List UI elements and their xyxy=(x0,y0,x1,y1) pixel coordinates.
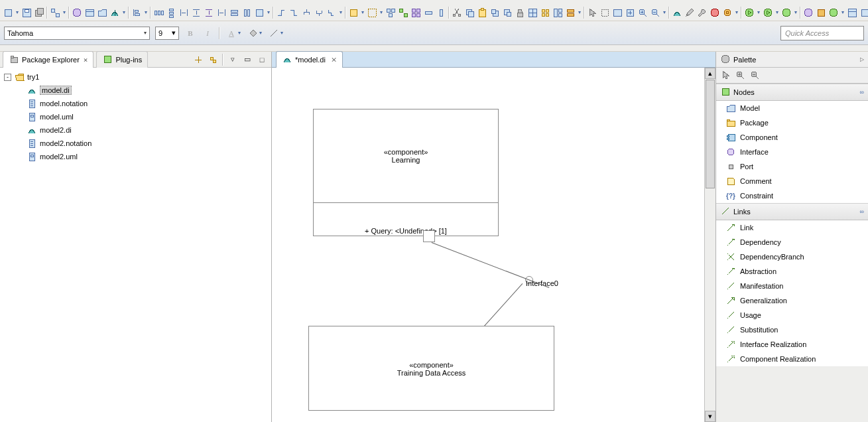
scroll-thumb[interactable] xyxy=(706,80,715,188)
perspective-icon[interactable] xyxy=(847,6,857,19)
route-tree-icon[interactable] xyxy=(301,6,312,19)
cheat-icon[interactable] xyxy=(816,6,826,19)
palette-item-interface-realization[interactable]: Interface Realization xyxy=(716,337,868,352)
tree-item[interactable]: model2.di xyxy=(4,123,267,137)
dd[interactable]: ▾ xyxy=(237,30,241,36)
palette-item-package[interactable]: Package xyxy=(716,115,868,130)
arrange4-icon[interactable] xyxy=(423,6,434,19)
bring-front-icon[interactable] xyxy=(489,6,500,19)
palette-item-interface[interactable]: Interface xyxy=(716,145,868,159)
component-learning[interactable]: «component» Learning + Query: <Undefined… xyxy=(313,109,499,236)
tree-item[interactable]: model2.uml xyxy=(4,150,267,163)
tab-package-explorer[interactable]: Package Explorer ⨯ xyxy=(3,51,93,68)
tree-item[interactable]: model.notation xyxy=(4,97,267,110)
dd[interactable]: ▾ xyxy=(662,9,666,15)
route3-icon[interactable] xyxy=(326,6,337,19)
dd[interactable]: ▾ xyxy=(62,9,66,15)
paint-bucket-icon[interactable] xyxy=(247,27,259,39)
layout1-icon[interactable] xyxy=(527,6,538,19)
italic-button[interactable]: I xyxy=(202,27,214,39)
bold-button[interactable]: B xyxy=(184,27,196,39)
palette-section-links[interactable]: Links ∞ xyxy=(716,203,868,220)
palette-item-constraint[interactable]: {?}Constraint xyxy=(716,188,868,203)
dd[interactable]: ▾ xyxy=(735,9,739,15)
dist-h-icon[interactable] xyxy=(153,6,164,19)
zoom100-icon[interactable] xyxy=(612,6,623,19)
marquee-icon[interactable] xyxy=(599,6,610,19)
editor-tab-active[interactable]: *model.di ⨯ xyxy=(276,51,343,68)
vertical-scrollbar[interactable]: ▴ ▾ xyxy=(704,68,715,422)
spacing-vx-icon[interactable] xyxy=(204,6,214,19)
zoom-out-icon[interactable] xyxy=(749,70,760,82)
tree-item[interactable]: model.di xyxy=(4,84,267,97)
run-icon[interactable] xyxy=(744,6,755,19)
snap-icon[interactable] xyxy=(348,6,359,19)
palette-section-nodes[interactable]: Nodes ∞ xyxy=(716,84,868,101)
globe-icon[interactable] xyxy=(72,6,82,19)
view-menu-icon[interactable]: ▿ xyxy=(227,54,238,65)
dd[interactable]: ▾ xyxy=(280,30,284,36)
dd[interactable]: ▾ xyxy=(578,9,582,15)
tree-item[interactable]: model.uml xyxy=(4,110,267,123)
dd[interactable]: ▾ xyxy=(379,9,383,15)
gear-orange-icon[interactable] xyxy=(722,6,733,19)
run-ext-icon[interactable] xyxy=(781,6,792,19)
route-icon[interactable] xyxy=(276,6,286,19)
zoom-out-icon[interactable] xyxy=(650,6,660,19)
arrange5-icon[interactable] xyxy=(436,6,446,19)
layout3-icon[interactable] xyxy=(552,6,563,19)
align-left-icon[interactable] xyxy=(131,6,142,19)
close-icon[interactable]: ⨯ xyxy=(84,56,88,64)
font-family-select[interactable]: Tahoma ▾ xyxy=(4,27,150,40)
dd[interactable]: ▾ xyxy=(122,9,126,15)
palette-item-dependencybranch[interactable]: DependencyBranch xyxy=(716,249,868,264)
save-icon[interactable] xyxy=(21,6,32,19)
palette-item-manifestation[interactable]: Manifestation xyxy=(716,279,868,293)
link-editor-icon[interactable] xyxy=(208,54,218,65)
cut-icon[interactable] xyxy=(452,6,462,19)
package-explorer-tree[interactable]: - try1 model.di model.notation model.uml… xyxy=(0,68,271,422)
papyrus-icon[interactable] xyxy=(109,6,120,19)
arrange2-icon[interactable] xyxy=(398,6,408,19)
palette-item-component-realization[interactable]: Component Realization xyxy=(716,352,868,366)
palette-item-port[interactable]: Port xyxy=(716,159,868,174)
task-icon[interactable] xyxy=(803,6,814,19)
dd[interactable]: ▾ xyxy=(775,9,779,15)
dd[interactable]: ▾ xyxy=(794,9,798,15)
match-size-icon[interactable] xyxy=(254,6,265,19)
connector-line[interactable] xyxy=(432,242,550,288)
arrange-icon[interactable] xyxy=(385,6,396,19)
send-back-icon[interactable] xyxy=(502,6,513,19)
font-color-button[interactable]: A xyxy=(225,27,237,39)
stop-icon[interactable] xyxy=(710,6,720,19)
dd[interactable]: ▾ xyxy=(267,9,271,15)
dist-v-icon[interactable] xyxy=(166,6,176,19)
quick-access-input[interactable]: Quick Access xyxy=(780,26,864,40)
route-tree2-icon[interactable] xyxy=(314,6,324,19)
view-icon[interactable] xyxy=(859,6,868,19)
line-color-icon[interactable] xyxy=(268,27,280,39)
select-tool-icon[interactable] xyxy=(587,6,597,19)
run-last-icon[interactable] xyxy=(763,6,773,19)
select-tool-icon[interactable] xyxy=(720,70,731,82)
drawer-pin-icon[interactable]: ∞ xyxy=(860,89,864,96)
font-size-select[interactable]: 9 ▾ xyxy=(155,27,179,40)
spacing-v-icon[interactable] xyxy=(191,6,202,19)
layout2-icon[interactable] xyxy=(540,6,550,19)
copy-icon[interactable] xyxy=(464,6,475,19)
tree-root[interactable]: - try1 xyxy=(4,70,267,84)
eclipse-icon[interactable] xyxy=(828,6,839,19)
match-w-icon[interactable] xyxy=(229,6,239,19)
zoom-in-icon[interactable] xyxy=(735,70,745,82)
palette-item-component[interactable]: Component xyxy=(716,130,868,145)
zoom-fit-icon[interactable] xyxy=(625,6,635,19)
new-dropdown-icon[interactable] xyxy=(3,6,13,19)
dd[interactable]: ▾ xyxy=(339,9,343,15)
dd[interactable]: ▾ xyxy=(361,9,365,15)
select-all-icon[interactable] xyxy=(367,6,377,19)
close-icon[interactable]: ⨯ xyxy=(331,56,337,64)
save-all-icon[interactable] xyxy=(34,6,44,19)
tab-plugins[interactable]: Plug-ins xyxy=(96,51,148,68)
dd[interactable]: ▾ xyxy=(757,9,761,15)
papyrus-icon-2[interactable] xyxy=(672,6,682,19)
